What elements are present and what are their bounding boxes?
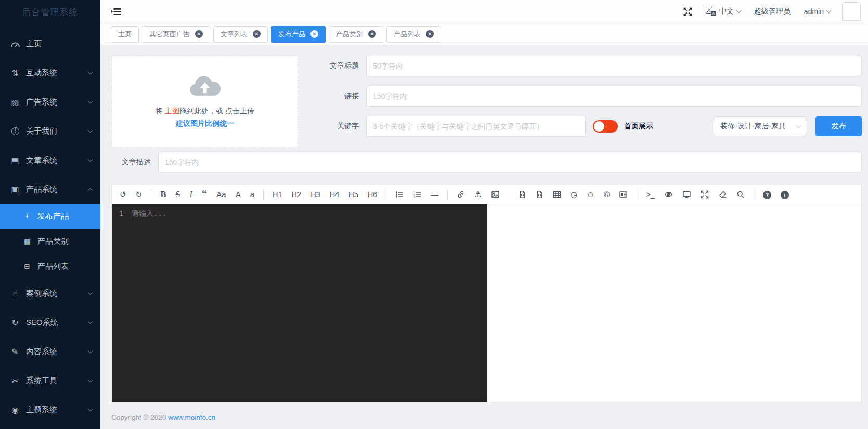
undo-button[interactable]: ↺ — [115, 187, 131, 202]
footer-link[interactable]: www.moinfo.cn — [168, 413, 215, 421]
h2-button[interactable]: H2 — [287, 187, 306, 202]
ordered-list-button[interactable]: 123 — [408, 187, 426, 202]
emoji-button[interactable]: ☺ — [582, 187, 599, 202]
link-input[interactable] — [366, 86, 862, 107]
sidebar-item-product-list[interactable]: ⊟产品列表 — [0, 254, 100, 279]
article-icon: ▤ — [9, 155, 21, 165]
redo-button[interactable]: ↻ — [131, 187, 147, 202]
sidebar-item-home[interactable]: 主页 — [0, 29, 100, 58]
lowercase-button[interactable]: a — [245, 187, 259, 202]
text-cursor — [131, 209, 131, 217]
preview-window-button[interactable] — [678, 187, 696, 202]
code-block-button[interactable] — [514, 187, 531, 202]
strikethrough-button[interactable]: S — [171, 187, 185, 202]
italic-button[interactable]: I — [185, 187, 197, 202]
quote-button[interactable]: ❝ — [197, 187, 212, 202]
search-icon — [736, 190, 745, 199]
sidebar-item-product-category[interactable]: ▦产品类别 — [0, 229, 100, 254]
h1-button[interactable]: H1 — [268, 187, 287, 202]
tab-other-page-ads[interactable]: 其它页面广告✕ — [142, 26, 210, 43]
h5-button[interactable]: H5 — [344, 187, 363, 202]
sidebar-item-ads[interactable]: ▧广告系统 — [0, 87, 100, 116]
theme-icon: ◉ — [9, 405, 21, 415]
tab-home[interactable]: 主页 — [111, 26, 139, 43]
sidebar-item-theme[interactable]: ◉主题系统 — [0, 395, 100, 424]
h4-icon: H4 — [330, 190, 340, 199]
editor-input-pane[interactable]: 1 请输入... — [112, 204, 487, 402]
help-icon: ? — [763, 190, 771, 199]
code-file-button[interactable] — [531, 187, 548, 202]
word-case-button[interactable]: Aa — [212, 187, 230, 202]
keywords-input[interactable] — [366, 116, 586, 137]
clear-button[interactable] — [714, 187, 732, 202]
h6-button[interactable]: H6 — [363, 187, 382, 202]
menu-unfold-icon[interactable] — [111, 7, 121, 16]
sidebar-item-tools[interactable]: ✂系统工具 — [0, 366, 100, 395]
editor-placeholder: 请输入... — [132, 209, 166, 218]
uppercase-button[interactable]: A — [231, 187, 245, 202]
anchor-button[interactable]: ⚓ — [470, 187, 486, 202]
tab-publish-product[interactable]: 发布产品✕ — [271, 26, 326, 43]
help-button[interactable]: ? — [758, 187, 776, 202]
publish-button[interactable]: 发布 — [815, 116, 862, 136]
code-block-icon — [519, 190, 526, 199]
sidebar-item-article[interactable]: ▤文章系统 — [0, 146, 100, 175]
sidebar-item-about[interactable]: !关于我们 — [0, 116, 100, 146]
tab-article-list[interactable]: 文章列表✕ — [213, 26, 268, 43]
sidebar-item-label: 主题系统 — [26, 405, 88, 415]
emoji-icon: ☺ — [587, 190, 594, 199]
sidebar-item-publish-product[interactable]: ＋发布产品 — [0, 204, 100, 229]
page-card-button[interactable] — [614, 187, 632, 202]
home-show-toggle[interactable] — [593, 120, 618, 133]
bold-button[interactable]: B — [156, 187, 171, 202]
user-dropdown[interactable]: admin — [804, 7, 831, 16]
tab-product-category[interactable]: 产品类别✕ — [329, 26, 383, 43]
table-button[interactable] — [548, 187, 566, 202]
copyright-button[interactable]: © — [599, 187, 614, 202]
chevron-down-icon — [88, 407, 93, 412]
chevron-down-icon — [88, 378, 93, 383]
title-input[interactable] — [366, 56, 862, 76]
sidebar-item-seo[interactable]: ↻SEO系统 — [0, 308, 100, 337]
main-column: 文A 中文 超级管理员 admin 主页其它页面广告✕文章列表✕发布产品✕产品类… — [100, 0, 868, 429]
fullscreen-button[interactable] — [683, 7, 692, 16]
link-button[interactable] — [452, 187, 470, 202]
tab-product-list[interactable]: 产品列表✕ — [386, 26, 441, 43]
datetime-button[interactable]: ◷ — [566, 187, 582, 202]
h3-button[interactable]: H3 — [306, 187, 325, 202]
terminal-button[interactable]: >_ — [641, 187, 659, 202]
avatar[interactable] — [842, 2, 861, 21]
toolbar-divider — [754, 189, 754, 200]
horizontal-rule-button[interactable]: — — [426, 187, 443, 202]
sidebar-item-case[interactable]: ☝案例系统 — [0, 279, 100, 308]
sidebar-menu: 主页⇅互动系统▧广告系统!关于我们▤文章系统▣产品系统＋发布产品▦产品类别⊟产品… — [0, 25, 100, 429]
search-button[interactable] — [732, 187, 749, 202]
sidebar-item-product[interactable]: ▣产品系统 — [0, 175, 100, 204]
clear-icon — [718, 190, 727, 199]
hide-preview-button[interactable] — [659, 187, 678, 202]
image-ratio-hint-link[interactable]: 建议图片比例统一 — [176, 119, 234, 128]
image-button[interactable] — [486, 187, 504, 202]
sidebar-item-interaction[interactable]: ⇅互动系统 — [0, 58, 100, 87]
category-select[interactable]: 装修-设计-家居-家具 — [714, 116, 806, 136]
upload-instruction: 将 主图拖到此处，或 点击上传 — [112, 107, 298, 116]
translate-icon: 文A — [706, 7, 716, 16]
info-button[interactable]: i — [776, 187, 794, 202]
pen-icon: ✎ — [9, 347, 21, 357]
sidebar-item-content[interactable]: ✎内容系统 — [0, 337, 100, 366]
markdown-editor: ↺↻BSI❝AaAaH1H2H3H4H5H6123—⚓◷☺©>_?i 1 请输入… — [111, 184, 862, 402]
h4-button[interactable]: H4 — [325, 187, 344, 202]
lowercase-icon: a — [250, 190, 254, 199]
close-icon[interactable]: ✕ — [426, 30, 434, 38]
close-icon[interactable]: ✕ — [195, 30, 203, 38]
main-image-upload-dropzone[interactable]: 将 主图拖到此处，或 点击上传 建议图片比例统一 — [111, 56, 299, 148]
inline-code-button[interactable] — [504, 187, 514, 202]
unordered-list-button[interactable] — [391, 187, 408, 202]
fullscreen-button[interactable] — [696, 187, 714, 202]
description-input[interactable] — [158, 152, 862, 173]
language-dropdown[interactable]: 文A 中文 — [706, 7, 741, 16]
role-label: 超级管理员 — [754, 7, 791, 16]
close-icon[interactable]: ✕ — [368, 30, 376, 38]
close-icon[interactable]: ✕ — [253, 30, 261, 38]
close-icon[interactable]: ✕ — [310, 30, 318, 38]
